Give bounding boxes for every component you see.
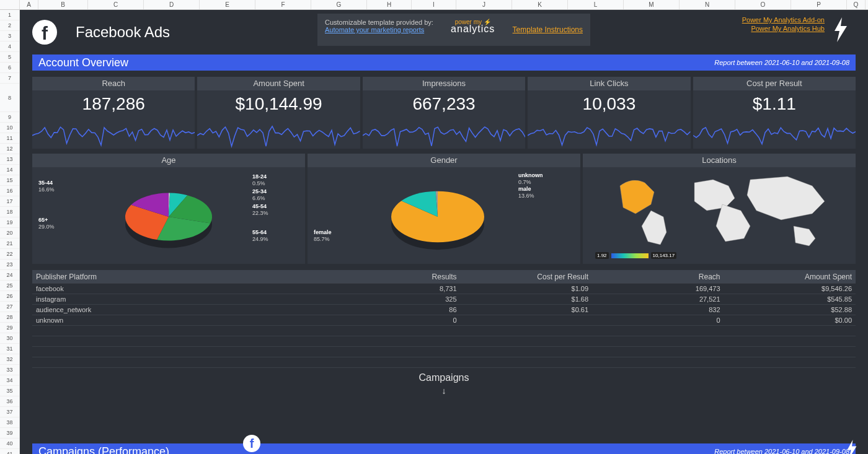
table-row[interactable]: unknown00$0.00 [32,315,856,326]
section-title: Account Overview [38,56,128,69]
charts-row: Age 18-240.5%25-346.6%45-5422.3%55-6424.… [32,154,856,264]
pie-label-18-24: 18-240.5% [252,173,267,187]
row-9[interactable]: 9 [0,112,19,123]
row-21[interactable]: 21 [0,238,19,249]
row-37[interactable]: 37 [0,407,19,417]
chart-age-title: Age [32,154,305,167]
row-7[interactable]: 7 [0,73,19,84]
row-20[interactable]: 20 [0,228,19,238]
chart-age: Age 18-240.5%25-346.6%45-5422.3%55-6424.… [32,154,305,264]
pie-label-25-34: 25-346.6% [252,188,267,202]
lightning-icon [832,17,849,42]
col-gutter[interactable] [0,0,20,9]
template-instructions-link[interactable]: Template Instructions [513,25,583,34]
hub-link[interactable]: Power My Analytics Hub [742,25,825,32]
row-1[interactable]: 1 [0,10,19,20]
col-E[interactable]: E [200,0,255,9]
row-24[interactable]: 24 [0,270,19,281]
row-12[interactable]: 12 [0,144,19,154]
row-34[interactable]: 34 [0,375,19,386]
table-row[interactable]: facebook8,731$1.09169,473$9,546.26 [32,284,856,294]
row-2[interactable]: 2 [0,20,19,31]
pie-label-45-54: 45-5422.3% [252,203,268,217]
metric-reach: Reach 187,286 [32,77,195,149]
row-38[interactable]: 38 [0,417,19,428]
row-19[interactable]: 19 [0,217,19,228]
metric-label: Amount Spent [197,77,360,90]
row-11[interactable]: 11 [0,133,19,144]
row-5[interactable]: 5 [0,52,19,63]
row-23[interactable]: 23 [0,260,19,270]
metric-label: Link Clicks [528,77,690,90]
col-M[interactable]: M [624,0,680,9]
row-40[interactable]: 40 [0,439,19,449]
sheet-canvas: f Facebook Ads Customizable template pro… [20,10,868,454]
row-22[interactable]: 22 [0,249,19,260]
row-4[interactable]: 4 [0,41,19,52]
addon-link[interactable]: Power My Analytics Add-on [742,16,825,24]
col-J[interactable]: J [456,0,512,9]
row-36[interactable]: 36 [0,396,19,407]
col-A[interactable]: A [20,0,38,9]
metric-value: $10,144.99 [197,90,360,115]
col-O[interactable]: O [735,0,791,9]
section2-title: Campaigns (Performance) [38,445,169,455]
world-map-icon [583,167,856,264]
col-F[interactable]: F [255,0,311,9]
row-25[interactable]: 25 [0,281,19,291]
table-row[interactable]: audience_network86$0.61832$52.88 [32,305,856,315]
metric-value: 667,233 [363,90,525,115]
th-cost-per-result[interactable]: Cost per Result [461,270,592,283]
row-30[interactable]: 30 [0,333,19,344]
metric-label: Impressions [363,77,525,90]
row-8[interactable]: 8 [0,84,19,112]
automate-link[interactable]: Automate your marketing reports [325,26,424,33]
down-arrow-icon: ↓ [20,386,868,396]
row-27[interactable]: 27 [0,302,19,312]
metric-label: Reach [32,77,195,90]
metrics-row: Reach 187,286 Amount Spent $10,144.99 Im… [32,77,856,149]
col-N[interactable]: N [680,0,735,9]
row-35[interactable]: 35 [0,386,19,396]
chart-gender-title: Gender [308,154,580,167]
col-G[interactable]: G [311,0,367,9]
col-B[interactable]: B [38,0,88,9]
col-I[interactable]: I [412,0,456,9]
pie-label-female: female85.7% [314,229,332,243]
row-33[interactable]: 33 [0,365,19,375]
row-15[interactable]: 15 [0,175,19,186]
row-39[interactable]: 39 [0,428,19,439]
chart-locations-title: Locations [583,154,856,167]
publisher-table: Publisher PlatformResultsCost per Result… [32,270,856,368]
row-31[interactable]: 31 [0,344,19,354]
row-16[interactable]: 16 [0,186,19,196]
table-row[interactable]: instagram325$1.6827,521$545.85 [32,294,856,305]
row-41[interactable]: 41 [0,449,19,454]
row-28[interactable]: 28 [0,312,19,323]
row-32[interactable]: 32 [0,354,19,365]
col-Q[interactable]: Q [847,0,866,9]
col-D[interactable]: D [144,0,200,9]
row-10[interactable]: 10 [0,123,19,133]
col-K[interactable]: K [512,0,568,9]
facebook-icon: f [32,20,57,45]
row-13[interactable]: 13 [0,154,19,165]
col-P[interactable]: P [791,0,847,9]
th-amount-spent[interactable]: Amount Spent [724,270,856,283]
row-26[interactable]: 26 [0,291,19,302]
row-3[interactable]: 3 [0,31,19,41]
col-L[interactable]: L [568,0,624,9]
col-C[interactable]: C [88,0,144,9]
th-publisher-platform[interactable]: Publisher Platform [32,270,329,283]
pie-label-35-44: 35-4416.6% [38,180,55,193]
row-18[interactable]: 18 [0,207,19,217]
metric-value: $1.11 [693,90,856,115]
row-29[interactable]: 29 [0,323,19,333]
th-reach[interactable]: Reach [592,270,724,283]
row-6[interactable]: 6 [0,63,19,73]
row-14[interactable]: 14 [0,165,19,175]
th-results[interactable]: Results [329,270,460,283]
sparkline [363,115,525,149]
row-17[interactable]: 17 [0,196,19,207]
col-H[interactable]: H [367,0,412,9]
